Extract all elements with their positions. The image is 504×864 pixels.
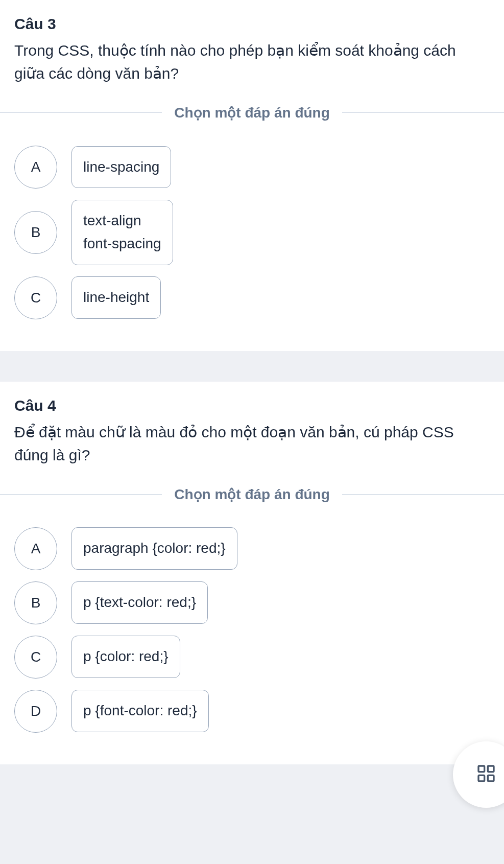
option-letter[interactable]: C [14,636,57,679]
option-row: A paragraph {color: red;} [14,527,490,570]
option-row: A line-spacing [14,146,490,189]
divider-line [342,494,504,495]
option-letter[interactable]: A [14,527,57,570]
question-text: Trong CSS, thuộc tính nào cho phép bạn k… [14,39,490,85]
option-answer[interactable]: line-spacing [71,146,171,189]
question-title: Câu 4 [14,397,490,414]
divider-line [0,112,162,113]
option-row: B text-align font-spacing [14,200,490,265]
option-answer[interactable]: p {color: red;} [71,636,180,678]
option-row: C line-height [14,276,490,319]
question-card: Câu 4 Để đặt màu chữ là màu đỏ cho một đ… [0,382,504,764]
instruction-label: Chọn một đáp án đúng [162,486,342,503]
question-text: Để đặt màu chữ là màu đỏ cho một đoạn vă… [14,421,490,466]
option-letter[interactable]: B [14,211,57,254]
question-title: Câu 3 [14,15,490,33]
option-answer[interactable]: line-height [71,276,161,319]
question-card: Câu 3 Trong CSS, thuộc tính nào cho phép… [0,0,504,351]
option-row: B p {text-color: red;} [14,581,490,624]
option-answer[interactable]: p {font-color: red;} [71,690,209,732]
instruction-divider: Chọn một đáp án đúng [0,486,504,503]
option-letter[interactable]: B [14,581,57,624]
option-row: C p {color: red;} [14,636,490,679]
option-answer[interactable]: text-align font-spacing [71,200,173,265]
instruction-label: Chọn một đáp án đúng [162,104,342,121]
option-letter[interactable]: A [14,146,57,189]
divider-line [342,112,504,113]
option-row: D p {font-color: red;} [14,690,490,733]
option-letter[interactable]: C [14,276,57,319]
option-answer[interactable]: paragraph {color: red;} [71,527,237,570]
option-answer[interactable]: p {text-color: red;} [71,581,208,624]
grid-icon [476,763,496,764]
option-letter[interactable]: D [14,690,57,733]
divider-line [0,494,162,495]
instruction-divider: Chọn một đáp án đúng [0,104,504,121]
